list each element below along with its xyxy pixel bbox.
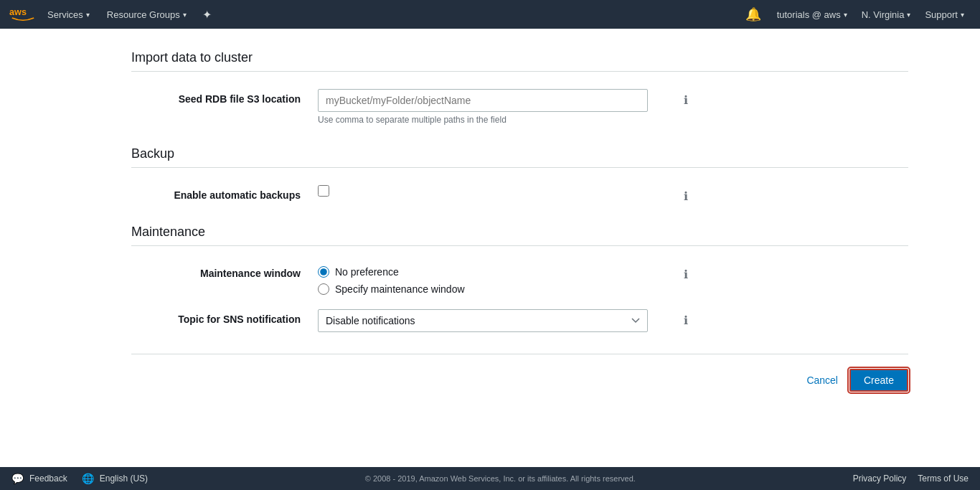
import-data-title: Import data to cluster (131, 50, 908, 65)
specify-window-option[interactable]: Specify maintenance window (318, 283, 677, 295)
region-caret-icon: ▾ (907, 11, 910, 19)
import-data-section: Import data to cluster Seed RDB file S3 … (131, 50, 908, 125)
enable-backups-label: Enable automatic backups (160, 185, 318, 201)
seed-rdb-label: Seed RDB file S3 location (160, 89, 318, 105)
bookmark-icon[interactable]: ✦ (197, 8, 217, 22)
footer-left: 💬 Feedback 🌐 English (US) (11, 473, 148, 484)
user-account-nav[interactable]: tutorials @ aws ▾ (770, 0, 854, 29)
specify-window-radio[interactable] (318, 283, 329, 295)
chat-icon: 💬 (11, 473, 24, 484)
sns-select[interactable]: Disable notifications Create new topic U… (318, 309, 648, 332)
footer-right: Privacy Policy Terms of Use (853, 473, 969, 484)
maintenance-section: Maintenance Maintenance window No prefer… (131, 225, 908, 332)
feedback-label[interactable]: Feedback (29, 473, 67, 484)
aws-logo[interactable]: aws (9, 4, 37, 24)
support-caret-icon: ▾ (961, 11, 964, 19)
no-preference-option[interactable]: No preference (318, 266, 677, 278)
cancel-button[interactable]: Cancel (806, 374, 838, 386)
copyright-text: © 2008 - 2019, Amazon Web Services, Inc.… (148, 474, 853, 483)
maintenance-window-label: Maintenance window (160, 263, 318, 279)
privacy-policy-link[interactable]: Privacy Policy (853, 473, 907, 484)
main-content: Import data to cluster Seed RDB file S3 … (0, 29, 980, 467)
maintenance-window-info-icon[interactable]: ℹ (684, 263, 688, 281)
create-button[interactable]: Create (849, 369, 908, 392)
services-nav[interactable]: Services ▾ (40, 0, 97, 29)
user-caret-icon: ▾ (844, 11, 847, 19)
sns-label: Topic for SNS notification (160, 309, 318, 325)
no-preference-radio[interactable] (318, 266, 329, 278)
backup-info-icon[interactable]: ℹ (684, 185, 688, 203)
top-navbar: aws Services ▾ Resource Groups ▾ ✦ 🔔 tut… (0, 0, 980, 29)
backup-title: Backup (131, 146, 908, 161)
support-nav[interactable]: Support ▾ (918, 0, 971, 29)
enable-backups-checkbox[interactable] (318, 185, 329, 197)
services-caret-icon: ▾ (86, 11, 90, 19)
notifications-bell-icon[interactable]: 🔔 (737, 6, 770, 22)
specify-window-label: Specify maintenance window (335, 283, 465, 295)
seed-rdb-input[interactable] (318, 89, 648, 112)
resource-groups-caret-icon: ▾ (183, 11, 187, 19)
import-data-divider (131, 71, 908, 72)
footer: 💬 Feedback 🌐 English (US) © 2008 - 2019,… (0, 467, 980, 490)
action-row: Cancel Create (131, 354, 908, 406)
svg-text:aws: aws (9, 7, 27, 17)
backup-section: Backup Enable automatic backups ℹ (131, 146, 908, 203)
seed-rdb-row: Seed RDB file S3 location Use comma to s… (131, 89, 908, 125)
seed-rdb-hint: Use comma to separate multiple paths in … (318, 115, 677, 125)
maintenance-window-row: Maintenance window No preference Specify… (131, 263, 908, 295)
maintenance-window-radio-group: No preference Specify maintenance window (318, 263, 677, 295)
backup-divider (131, 167, 908, 168)
resource-groups-nav[interactable]: Resource Groups ▾ (100, 0, 194, 29)
terms-of-use-link[interactable]: Terms of Use (918, 473, 969, 484)
language-label[interactable]: English (US) (100, 473, 148, 484)
region-nav[interactable]: N. Virginia ▾ (854, 0, 918, 29)
maintenance-divider (131, 245, 908, 246)
seed-rdb-info-icon[interactable]: ℹ (684, 89, 688, 107)
globe-icon: 🌐 (82, 473, 94, 484)
maintenance-title: Maintenance (131, 225, 908, 240)
enable-backups-row: Enable automatic backups ℹ (131, 185, 908, 203)
sns-info-icon[interactable]: ℹ (684, 309, 688, 327)
no-preference-label: No preference (335, 266, 399, 278)
sns-notification-row: Topic for SNS notification Disable notif… (131, 309, 908, 332)
